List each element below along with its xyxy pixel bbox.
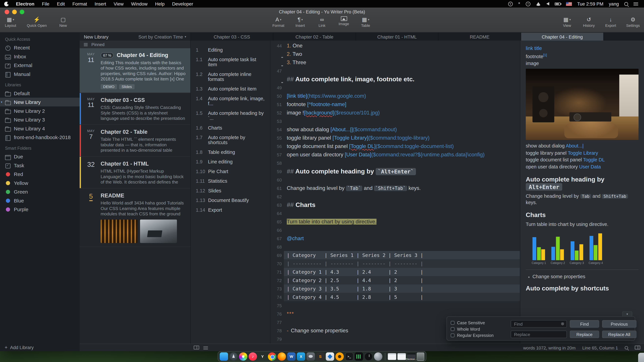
tab-chapter-03-css[interactable]: Chapter 03 - CSS: [191, 33, 274, 41]
toolbar-history[interactable]: ↺History: [582, 16, 595, 28]
list-view-icon[interactable]: [204, 346, 208, 349]
wifi-icon[interactable]: [536, 2, 541, 6]
sidebar-item-front-end-handbook-2018[interactable]: front-end-handbook-2018: [0, 133, 80, 142]
editor-line[interactable]: 68: [270, 243, 520, 251]
search-icon[interactable]: [625, 346, 628, 349]
editor-line[interactable]: 72| Category 2 | 2.5 | 4.4 | 2 |: [270, 276, 520, 285]
document-card-readme[interactable]: 5READMEHello World asdf 3434 haha good T…: [80, 189, 190, 247]
outline-item-editing[interactable]: 1Editing: [191, 45, 270, 55]
markdown-editor[interactable]: 441. One2. Two3. Three47## Auto complete…: [270, 41, 520, 344]
editor-line[interactable]: 60: [270, 176, 520, 184]
tag-demo[interactable]: DEMO: [100, 84, 117, 89]
editor-line[interactable]: 65Turn table into chart by using directi…: [270, 218, 520, 226]
editor-line[interactable]: 73| Category 3 | 3.5 | 1.8 | 3 |: [270, 285, 520, 293]
sidebar-item-blue[interactable]: Blue: [0, 196, 80, 205]
vbox-dock-icon[interactable]: [326, 352, 334, 361]
equalizer-dock-icon[interactable]: [355, 352, 363, 361]
minimized-electron-window-icon[interactable]: Electron...: [407, 353, 416, 360]
sidebar-item-yellow[interactable]: Yellow: [0, 178, 80, 187]
toolbar-export[interactable]: ↓Export: [604, 16, 617, 28]
toolbar-layout[interactable]: ▦▾Layout: [4, 16, 17, 28]
reader-icon[interactable]: [635, 346, 640, 350]
editor-line[interactable]: 62: [270, 192, 520, 201]
sort-dropdown[interactable]: Sort by Creation Time ▾: [138, 34, 186, 39]
outline-item-auto-complete-inline-formats[interactable]: 1.2Auto complete inline formats: [191, 69, 270, 84]
sidebar-item-purple[interactable]: Purple: [0, 205, 80, 214]
editor-line[interactable]: ## Auto complete link, image, footnote e…: [270, 75, 520, 83]
previous-button[interactable]: Previous: [602, 320, 636, 328]
tab-readme[interactable]: README: [438, 33, 521, 41]
outline-item-slides[interactable]: 1.12Slides: [191, 186, 270, 195]
editor-line[interactable]: 55toggle library panel [Toggle Library](…: [270, 134, 520, 142]
toolbar-format[interactable]: A▾Format: [272, 16, 285, 28]
spotlight-search-icon[interactable]: [624, 2, 628, 6]
toolbar-image[interactable]: Image: [338, 16, 350, 28]
find-collapse-button[interactable]: ▾: [622, 311, 632, 317]
outline-item-line-editing[interactable]: 1.9Line editing: [191, 157, 270, 166]
editor-line[interactable]: 58: [270, 159, 520, 167]
outline-item-export[interactable]: 1.14Export: [191, 205, 270, 215]
command-link-about[interactable]: About...|: [566, 143, 584, 148]
menu-edit[interactable]: Edit: [53, 1, 68, 6]
editor-line[interactable]: 54show about dialog [About...|]($command…: [270, 125, 520, 134]
sidebar-item-new-library-2[interactable]: New Library 2: [0, 106, 80, 115]
sidebar-item-green[interactable]: Green: [0, 187, 80, 196]
input-language-flag-icon[interactable]: [566, 2, 572, 6]
editor-line[interactable]: 66: [270, 226, 520, 234]
toolbar-insert[interactable]: ¶▾Insert: [294, 16, 306, 28]
toolbar-settings[interactable]: ⚙Settings: [626, 16, 640, 28]
editor-line[interactable]: 2. Two: [270, 50, 520, 58]
outline-item-table-editing[interactable]: 1.8Table editing: [191, 147, 270, 157]
word-count[interactable]: words 1072, writing in 20m: [523, 345, 576, 350]
menu-view[interactable]: View: [110, 1, 127, 6]
outline-item-auto-complete-list-item[interactable]: 1.3Auto complete list item: [191, 84, 270, 93]
menu-file[interactable]: File: [38, 1, 53, 6]
editor-line[interactable]: 75: [270, 301, 520, 310]
split-view-icon[interactable]: [194, 346, 199, 350]
toolbar-view[interactable]: ▦▾View: [561, 16, 574, 28]
menubar-clock[interactable]: Tue 2:59 PM: [577, 1, 603, 6]
pinned-section-header[interactable]: Pinned: [80, 41, 190, 48]
editor-line[interactable]: 47: [270, 67, 520, 75]
outline-item-pie-chart[interactable]: 1.10Pie Chart: [191, 166, 270, 176]
toolbar-table[interactable]: ▦▾Table: [360, 16, 372, 28]
add-library-button[interactable]: + Add Library: [0, 344, 38, 351]
word-dock-icon[interactable]: W: [287, 352, 296, 361]
finder-dock-icon[interactable]: [220, 352, 228, 361]
editor-line[interactable]: 52image ![background]($resource/101.jpg): [270, 109, 520, 117]
sidebar-item-new-library[interactable]: New Library: [0, 98, 80, 107]
editor-line[interactable]: 70| ---------- | -------- | -------- | -…: [270, 259, 520, 268]
minimized-window-icon[interactable]: [388, 353, 396, 360]
editor-line[interactable]: 53: [270, 117, 520, 125]
editor-line[interactable]: 49: [270, 83, 520, 92]
checkbox-whole-word[interactable]: [451, 327, 455, 331]
outline-item-auto-complete-by-shortcuts[interactable]: 1.7Auto complete by shortcuts: [191, 132, 270, 147]
editor-line[interactable]: 56toggle document list panel [Toggle DL]…: [270, 142, 520, 150]
tab-chapter-02-table[interactable]: Chapter 02 - Table: [273, 33, 356, 41]
tag-slides[interactable]: Slides: [119, 84, 134, 89]
terminal-dock-icon[interactable]: >_: [345, 352, 354, 361]
find-button[interactable]: Find: [570, 320, 599, 328]
editor-line[interactable]: 74| Category 4 | 4.5 | 2.8 | 5 |: [270, 293, 520, 301]
preview-link-title[interactable]: link title: [526, 45, 542, 50]
outline-item-document-beautify[interactable]: 1.13Document Beautify: [191, 195, 270, 205]
sidebar-item-inbox[interactable]: Inbox: [0, 52, 80, 61]
document-card-chapter-03-css[interactable]: MAY11Chapter 03 - CSSCSS: Cascading Styl…: [80, 93, 190, 125]
editor-line[interactable]: 67@chart: [270, 234, 520, 243]
sidebar-item-new-library-3[interactable]: New Library 3: [0, 115, 80, 124]
footnote-ref[interactable]: [1]: [543, 53, 547, 57]
sidebar-item-default[interactable]: Default: [0, 89, 80, 98]
editor-line[interactable]: 51footnote [^footnote-name]: [270, 100, 520, 109]
replace-button[interactable]: Replace: [570, 331, 599, 338]
time-machine-icon[interactable]: [526, 1, 530, 6]
chrome-dock-icon[interactable]: [268, 352, 276, 361]
badge-icon[interactable]: Y: [508, 1, 513, 6]
firefox-dock-icon[interactable]: [278, 352, 286, 361]
tab-chapter-04-editing[interactable]: Chapter 04 - Editing: [521, 33, 604, 41]
sidebar-item-external[interactable]: External: [0, 61, 80, 70]
find-option-whole-word[interactable]: Whole Word: [451, 327, 508, 332]
outline-item-auto-complete-task-list-item[interactable]: 1.1Auto complete task list item: [191, 54, 270, 69]
checkbox-case-sensitive[interactable]: [451, 321, 455, 325]
editor-line[interactable]: 50[link title](https://www.google.com): [270, 92, 520, 100]
clear-icon[interactable]: ⊗: [561, 322, 564, 326]
